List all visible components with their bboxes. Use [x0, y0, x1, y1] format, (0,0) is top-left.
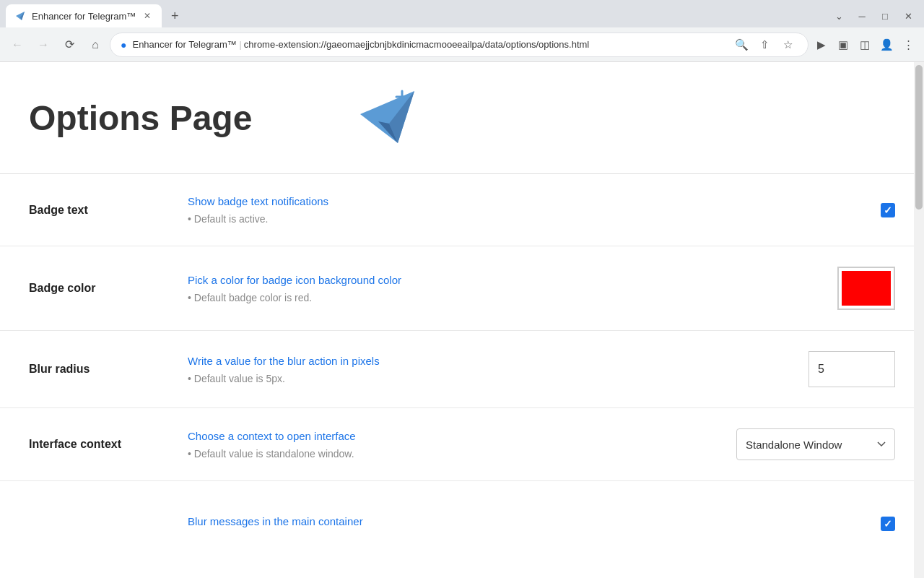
logo-wrap: [353, 84, 425, 152]
chevron-down-icon[interactable]: ⌄: [829, 6, 849, 26]
address-bar: ← → ⟳ ⌂ ● Enhancer for Telegram™ | chrom…: [0, 27, 924, 62]
forward-button[interactable]: →: [32, 33, 55, 56]
interface-context-description: Choose a context to open interface • Def…: [173, 430, 722, 460]
minimize-button[interactable]: ─: [852, 6, 872, 26]
page-header: Options Page: [0, 62, 924, 174]
settings-container: Badge text Show badge text notifications…: [0, 174, 924, 553]
home-button[interactable]: ⌂: [84, 33, 107, 56]
interface-context-select[interactable]: Standalone Window Sidebar Popup: [736, 428, 895, 460]
tab-title: Enhancer for Telegram™: [32, 11, 136, 22]
checkmark-icon-2: ✓: [884, 518, 892, 530]
new-tab-button[interactable]: +: [165, 6, 185, 26]
blur-radius-row: Blur radius Write a value for the blur a…: [0, 331, 924, 408]
badge-color-title: Pick a color for badge icon background c…: [188, 274, 823, 286]
tab-close-button[interactable]: ✕: [141, 10, 153, 22]
badge-text-label: Badge text: [29, 204, 173, 217]
share-icon[interactable]: ⇧: [754, 35, 775, 55]
svg-marker-4: [360, 91, 414, 143]
interface-context-control[interactable]: Standalone Window Sidebar Popup: [736, 428, 895, 460]
search-icon[interactable]: 🔍: [731, 35, 751, 55]
blur-radius-title: Write a value for the blur action in pix…: [188, 355, 794, 367]
badge-color-row: Badge color Pick a color for badge icon …: [0, 246, 924, 331]
scrollbar-thumb[interactable]: [915, 65, 923, 210]
maximize-button[interactable]: □: [875, 6, 895, 26]
blur-radius-input[interactable]: [808, 351, 895, 387]
close-button[interactable]: ✕: [898, 6, 918, 26]
address-site-label: Enhancer for Telegram™ | chrome-extensio…: [132, 39, 725, 50]
blur-messages-checkbox[interactable]: ✓: [881, 517, 895, 531]
active-tab[interactable]: Enhancer for Telegram™ ✕: [6, 4, 162, 27]
split-screen-icon[interactable]: ◫: [855, 35, 875, 55]
extensions-puzzle-icon[interactable]: ▣: [833, 35, 853, 55]
toolbar-right: ▶ ▣ ◫ 👤 ⋮: [811, 35, 918, 55]
url-site: Enhancer for Telegram™: [132, 39, 236, 50]
browser-window: Enhancer for Telegram™ ✕ + ⌄ ─ □ ✕ ← → ⟳…: [0, 0, 924, 578]
checkmark-icon: ✓: [884, 204, 892, 216]
badge-text-row: Badge text Show badge text notifications…: [0, 174, 924, 246]
back-button[interactable]: ←: [6, 33, 29, 56]
badge-color-label: Badge color: [29, 282, 173, 295]
badge-color-description: Pick a color for badge icon background c…: [173, 274, 823, 303]
menu-icon[interactable]: ⋮: [898, 35, 918, 55]
svg-marker-0: [16, 12, 25, 20]
color-picker[interactable]: [837, 267, 895, 310]
page-area: Options Page: [0, 62, 924, 578]
badge-text-description: Show badge text notifications • Default …: [173, 195, 866, 225]
blur-radius-label: Blur radius: [29, 363, 173, 376]
url-path: chrome-extension://gaeomaejjcbnjbkdinicm…: [244, 39, 589, 50]
badge-text-control[interactable]: ✓: [881, 203, 895, 217]
bookmark-icon[interactable]: ☆: [777, 35, 798, 55]
telegram-logo: [353, 84, 425, 149]
tab-favicon: [14, 10, 26, 22]
interface-context-row: Interface context Choose a context to op…: [0, 408, 924, 481]
badge-text-checkbox[interactable]: ✓: [881, 203, 895, 217]
blur-radius-hint: • Default value is 5px.: [188, 373, 794, 384]
badge-color-hint: • Default badge color is red.: [188, 292, 823, 303]
badge-text-hint: • Default is active.: [188, 213, 866, 225]
blur-radius-description: Write a value for the blur action in pix…: [173, 355, 794, 384]
secure-icon: ●: [121, 39, 126, 51]
scrollbar[interactable]: [914, 62, 924, 578]
blur-messages-row: Blur messages in the main container ✓: [0, 481, 924, 553]
blur-messages-control[interactable]: ✓: [881, 517, 895, 531]
interface-context-label: Interface context: [29, 438, 173, 451]
blur-messages-title: Blur messages in the main container: [188, 515, 866, 527]
interface-context-hint: • Default value is standalone window.: [188, 448, 722, 460]
page-title: Options Page: [29, 98, 252, 138]
reload-button[interactable]: ⟳: [58, 33, 81, 56]
extension-icon[interactable]: ▶: [811, 35, 832, 55]
interface-context-title: Choose a context to open interface: [188, 430, 722, 442]
main-content: Options Page: [0, 62, 924, 578]
badge-color-control[interactable]: [837, 267, 895, 310]
address-right-icons: 🔍 ⇧ ☆: [731, 35, 798, 55]
address-input[interactable]: ● Enhancer for Telegram™ | chrome-extens…: [110, 33, 808, 57]
blur-messages-description: Blur messages in the main container: [173, 515, 866, 533]
tab-bar: Enhancer for Telegram™ ✕ + ⌄ ─ □ ✕: [0, 0, 924, 27]
badge-text-title: Show badge text notifications: [188, 195, 866, 207]
color-swatch: [842, 271, 891, 306]
window-controls: ⌄ ─ □ ✕: [829, 6, 918, 26]
blur-radius-control[interactable]: [808, 351, 895, 387]
profile-icon[interactable]: 👤: [876, 35, 897, 55]
